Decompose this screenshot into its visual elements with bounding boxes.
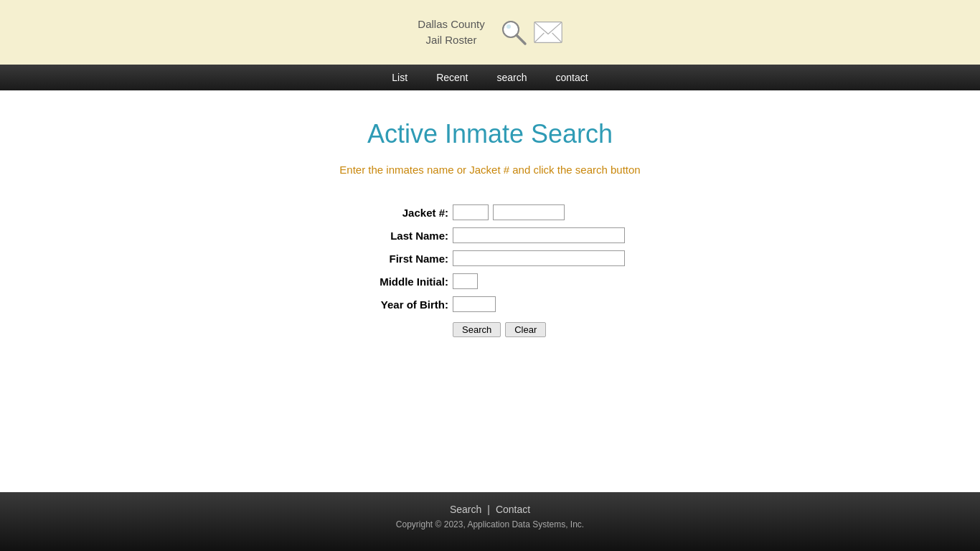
- site-title-line2: Jail Roster: [426, 34, 477, 46]
- header-icons: [499, 18, 562, 47]
- jacket-prefix-input[interactable]: [453, 204, 489, 220]
- jacket-number-input[interactable]: [493, 204, 565, 220]
- svg-point-2: [507, 24, 511, 29]
- middle-initial-input[interactable]: [453, 273, 478, 289]
- first-name-label: First Name:: [355, 253, 448, 265]
- main-navbar: List Recent search contact: [0, 65, 980, 90]
- first-name-row: First Name:: [355, 250, 625, 266]
- nav-list[interactable]: List: [377, 66, 422, 89]
- site-title: Dallas County Jail Roster: [418, 17, 484, 49]
- clear-button[interactable]: Clear: [505, 322, 546, 337]
- header-content: Dallas County Jail Roster: [418, 17, 562, 49]
- svg-point-1: [504, 23, 517, 36]
- middle-initial-row: Middle Initial:: [355, 273, 478, 289]
- jacket-row: Jacket #:: [355, 204, 565, 220]
- year-of-birth-row: Year of Birth:: [355, 296, 496, 312]
- first-name-input[interactable]: [453, 250, 625, 266]
- footer-copyright: Copyright © 2023, Application Data Syste…: [14, 519, 966, 529]
- instructions-text: Enter the inmates name or Jacket # and c…: [339, 164, 640, 176]
- site-footer: Search | Contact Copyright © 2023, Appli…: [0, 492, 980, 551]
- year-of-birth-input[interactable]: [453, 296, 496, 312]
- svg-line-3: [517, 35, 525, 44]
- page-heading: Active Inmate Search: [367, 119, 613, 149]
- main-content: Active Inmate Search Enter the inmates n…: [0, 90, 980, 492]
- site-title-line1: Dallas County: [418, 18, 484, 30]
- nav-contact[interactable]: contact: [542, 66, 603, 89]
- search-magnifier-icon: [499, 18, 528, 47]
- jacket-label: Jacket #:: [355, 207, 448, 219]
- footer-links: Search | Contact: [14, 504, 966, 515]
- nav-search[interactable]: search: [482, 66, 541, 89]
- footer-search-link[interactable]: Search: [450, 504, 481, 515]
- last-name-input[interactable]: [453, 227, 625, 243]
- email-envelope-icon: [534, 21, 562, 44]
- footer-contact-link[interactable]: Contact: [496, 504, 530, 515]
- last-name-row: Last Name:: [355, 227, 625, 243]
- footer-divider: |: [487, 504, 490, 515]
- button-row: Search Clear: [453, 322, 546, 337]
- site-header: Dallas County Jail Roster: [0, 0, 980, 65]
- search-button[interactable]: Search: [453, 322, 501, 337]
- inmate-search-form: Jacket #: Last Name: First Name: Middle …: [355, 204, 625, 337]
- last-name-label: Last Name:: [355, 230, 448, 242]
- middle-initial-label: Middle Initial:: [355, 276, 448, 288]
- nav-recent[interactable]: Recent: [422, 66, 482, 89]
- year-of-birth-label: Year of Birth:: [355, 298, 448, 311]
